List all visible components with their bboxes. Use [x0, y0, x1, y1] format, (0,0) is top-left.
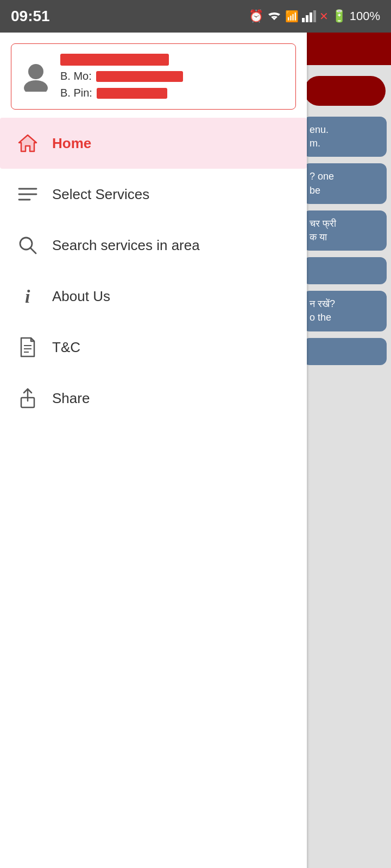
- share-icon: [16, 387, 39, 410]
- profile-pin-row: B. Pin:: [60, 87, 183, 99]
- profile-name-redacted: [60, 54, 169, 66]
- svg-point-5: [24, 80, 48, 92]
- profile-mo-label: B. Mo:: [60, 70, 92, 82]
- battery-percent: 100%: [350, 9, 380, 23]
- document-icon: [16, 336, 39, 359]
- nav-share-label: Share: [52, 390, 90, 407]
- svg-point-4: [28, 64, 43, 79]
- x-icon: ✕: [319, 10, 329, 23]
- bg-top-bar: [299, 33, 391, 65]
- nav-search-label: Search services in area: [52, 237, 200, 254]
- svg-rect-2: [310, 12, 312, 22]
- select-services-icon: [16, 183, 39, 206]
- bg-card-6: [303, 338, 387, 365]
- nav-about-label: About Us: [52, 288, 110, 305]
- phone-icon: 📶: [285, 10, 299, 23]
- nav-item-share[interactable]: Share: [0, 373, 307, 424]
- profile-mo-value-redacted: [96, 71, 183, 82]
- bg-card-5: न रखें?o the: [303, 291, 387, 331]
- profile-mo-row: B. Mo:: [60, 70, 183, 82]
- main-container: enu.m. ? onebe चर फ्रीक या न रखें?o the …: [0, 33, 391, 868]
- nav-item-tnc[interactable]: T&C: [0, 322, 307, 373]
- wifi-icon: [267, 10, 282, 22]
- status-time: 09:51: [11, 8, 50, 25]
- nav-item-about-us[interactable]: i About Us: [0, 271, 307, 322]
- bg-card-3: चर फ्रीक या: [303, 210, 387, 251]
- nav-home-label: Home: [52, 135, 91, 152]
- nav-select-services-label: Select Services: [52, 186, 149, 203]
- bg-card-1: enu.m.: [303, 117, 387, 157]
- status-bar: 09:51 ⏰ 📶 ✕ 🔋 100%: [0, 0, 391, 33]
- svg-line-12: [30, 248, 36, 253]
- nav-drawer: B. Mo: B. Pin: Home: [0, 33, 307, 868]
- nav-item-search-services[interactable]: Search services in area: [0, 220, 307, 271]
- signal-bars-icon: [302, 10, 316, 22]
- bg-card-4: [303, 257, 387, 284]
- svg-rect-3: [313, 10, 316, 22]
- svg-marker-7: [19, 135, 36, 151]
- background-content: enu.m. ? onebe चर फ्रीक या न रखें?o the: [299, 33, 391, 868]
- svg-rect-0: [302, 18, 305, 22]
- status-icons: ⏰ 📶 ✕ 🔋 100%: [249, 9, 380, 23]
- home-icon: [16, 132, 39, 155]
- battery-icon: 🔋: [332, 9, 346, 23]
- profile-pin-label: B. Pin:: [60, 87, 92, 99]
- profile-info: B. Mo: B. Pin:: [60, 54, 183, 99]
- nav-item-select-services[interactable]: Select Services: [0, 169, 307, 220]
- profile-card[interactable]: B. Mo: B. Pin:: [11, 43, 296, 110]
- bg-card-2: ? onebe: [303, 163, 387, 203]
- nav-tnc-label: T&C: [52, 339, 80, 356]
- profile-pin-value-redacted: [97, 88, 167, 99]
- svg-rect-1: [306, 15, 308, 22]
- nav-item-home[interactable]: Home: [0, 118, 307, 169]
- alarm-icon: ⏰: [249, 9, 263, 23]
- bg-button: [304, 76, 386, 106]
- search-icon: [16, 234, 39, 257]
- info-icon: i: [16, 285, 39, 308]
- svg-text:i: i: [25, 286, 30, 306]
- avatar-icon: [22, 62, 49, 92]
